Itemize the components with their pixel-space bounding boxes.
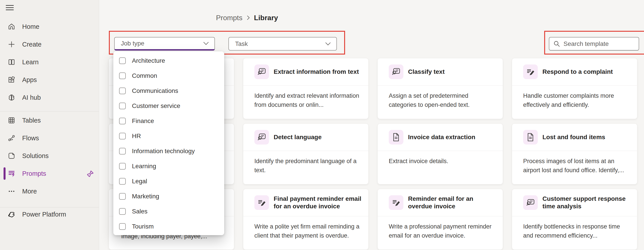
chat-search-icon — [523, 195, 538, 210]
sidebar-item-learn[interactable]: Learn — [0, 53, 99, 71]
option-architecture[interactable]: Architecture — [113, 53, 224, 68]
more-dots-icon — [8, 187, 16, 195]
sidebar-item-power-platform[interactable]: Power Platform — [0, 206, 99, 223]
checkbox[interactable] — [119, 57, 126, 64]
card-title: Lost and found items — [542, 133, 632, 141]
sidebar-item-apps[interactable]: Apps — [0, 71, 99, 89]
option-label: Sales — [132, 208, 148, 215]
option-hr[interactable]: HR — [113, 129, 224, 144]
sidebar-item-ai-hub[interactable]: AI hub — [0, 89, 99, 106]
prompt-card-detect-language[interactable]: Detect language Identify the predominant… — [243, 123, 368, 184]
prompt-card-lost-found[interactable]: Lost and found items Process images of l… — [512, 123, 637, 184]
compose-icon — [523, 64, 538, 79]
prompt-card-reminder-email[interactable]: Reminder email for an overdue invoice Wr… — [378, 189, 503, 250]
option-finance[interactable]: Finance — [113, 113, 224, 129]
compose-icon — [254, 195, 269, 210]
option-legal[interactable]: Legal — [113, 174, 224, 189]
plus-icon — [8, 40, 16, 48]
sidebar-item-label: Apps — [22, 76, 37, 84]
option-tourism[interactable]: Tourism — [113, 219, 224, 234]
option-label: Architecture — [132, 57, 165, 64]
sidebar-item-create[interactable]: Create — [0, 35, 99, 53]
doc-search-icon — [389, 64, 404, 79]
job-type-filter-dropdown[interactable]: Job type — [114, 37, 215, 50]
card-title: Final payment reminder email for an over… — [274, 195, 364, 210]
option-common[interactable]: Common — [113, 68, 224, 83]
prompt-card-extract-information[interactable]: Extract information from text Identify a… — [243, 58, 368, 119]
pin-icon[interactable] — [86, 170, 94, 178]
sidebar-item-label: Solutions — [22, 152, 48, 160]
card-header: Detect language — [243, 124, 368, 151]
checkbox[interactable] — [119, 178, 126, 185]
sidebar-footer-label: Power Platform — [22, 211, 66, 218]
sidebar-item-tables[interactable]: Tables — [0, 111, 99, 129]
card-description: Process images of lost items at an airpo… — [523, 157, 629, 175]
checkbox[interactable] — [119, 148, 126, 155]
option-label: Learning — [132, 163, 156, 170]
prompt-card-classify-text[interactable]: Classify text Assign a set of predetermi… — [378, 58, 503, 119]
open-book-icon — [8, 58, 16, 66]
card-title: Customer support response time analysis — [542, 195, 632, 210]
option-label: Common — [132, 72, 157, 79]
card-description: Write a professional payment reminder em… — [389, 222, 495, 240]
power-platform-logo-icon — [8, 210, 16, 218]
prompt-card-final-reminder[interactable]: Final payment reminder email for an over… — [243, 189, 368, 250]
card-title: Classify text — [408, 68, 498, 76]
checkbox[interactable] — [119, 133, 126, 139]
checkbox[interactable] — [119, 163, 126, 170]
checkbox[interactable] — [119, 72, 126, 79]
card-description: Identify bottlenecks in response time an… — [523, 222, 629, 240]
prompts-icon — [8, 170, 16, 178]
sidebar-item-flows[interactable]: Flows — [0, 129, 99, 147]
chevron-down-icon — [203, 41, 209, 45]
checkbox[interactable] — [119, 208, 126, 215]
checkbox[interactable] — [119, 88, 126, 94]
sidebar: Home Create Learn Apps AI hub Tables Flo… — [0, 0, 99, 250]
card-header: Final payment reminder email for an over… — [243, 189, 368, 216]
option-marketing[interactable]: Marketing — [113, 189, 224, 204]
chevron-down-icon — [325, 42, 331, 46]
sidebar-item-label: Prompts — [22, 170, 46, 177]
breadcrumb-prompts-link[interactable]: Prompts — [216, 14, 242, 22]
option-label: Tourism — [132, 223, 154, 230]
checkbox[interactable] — [119, 223, 126, 230]
checkbox[interactable] — [119, 103, 126, 109]
sidebar-item-more[interactable]: More — [0, 182, 99, 200]
option-sales[interactable]: Sales — [113, 204, 224, 219]
card-title: Reminder email for an overdue invoice — [408, 195, 498, 210]
hamburger-menu-icon[interactable] — [6, 3, 14, 10]
card-title: Invoice data extraction — [408, 133, 498, 141]
page-title: Library — [254, 14, 278, 22]
card-header: Customer support response time analysis — [512, 189, 637, 216]
sidebar-item-label: Tables — [22, 117, 41, 124]
document-icon — [523, 130, 538, 145]
card-header: Invoice data extraction — [378, 124, 503, 151]
prompt-card-invoice-extraction[interactable]: Invoice data extraction Extract invoice … — [378, 123, 503, 184]
checkbox[interactable] — [119, 193, 126, 200]
checkbox[interactable] — [119, 118, 126, 124]
search-input[interactable] — [564, 40, 630, 47]
prompt-card-respond-complaint[interactable]: Respond to a complaint Handle customer c… — [512, 58, 637, 119]
sidebar-item-solutions[interactable]: Solutions — [0, 147, 99, 165]
card-header: Lost and found items — [512, 124, 637, 151]
sidebar-item-prompts[interactable]: Prompts — [0, 165, 99, 182]
card-title: Respond to a complaint — [542, 68, 632, 76]
solutions-icon — [8, 152, 16, 160]
sidebar-item-label: Flows — [22, 135, 39, 142]
sidebar-item-label: Create — [22, 41, 42, 48]
sidebar-item-home[interactable]: Home — [0, 18, 99, 35]
doc-search-icon — [254, 64, 269, 79]
task-filter-dropdown[interactable]: Task — [228, 37, 337, 50]
option-information-technology[interactable]: Information technology — [113, 144, 224, 159]
option-customer-service[interactable]: Customer service — [113, 98, 224, 113]
option-communications[interactable]: Communications — [113, 83, 224, 98]
card-header: Reminder email for an overdue invoice — [378, 189, 503, 216]
search-template-box[interactable] — [549, 37, 639, 50]
option-learning[interactable]: Learning — [113, 159, 224, 174]
option-label: Customer service — [132, 102, 180, 109]
home-icon — [8, 23, 16, 30]
option-label: Finance — [132, 117, 154, 125]
doc-search-icon — [254, 130, 269, 145]
option-label: Information technology — [132, 148, 195, 155]
prompt-card-support-analysis[interactable]: Customer support response time analysis … — [512, 189, 637, 250]
